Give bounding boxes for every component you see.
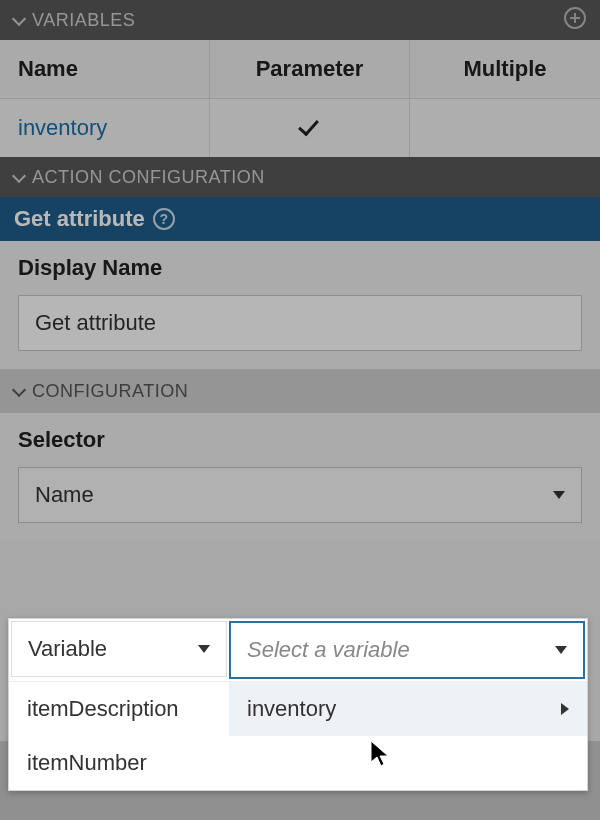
column-header-multiple: Multiple <box>410 40 600 98</box>
list-item[interactable]: inventory <box>229 682 587 736</box>
variables-table: Name Parameter Multiple inventory <box>0 40 600 157</box>
action-name: Get attribute <box>14 206 145 232</box>
variables-title: VARIABLES <box>32 10 556 31</box>
variable-picker-popup: Variable Select a variable itemDescripti… <box>8 618 588 791</box>
option-label: itemNumber <box>27 750 147 776</box>
chevron-down-icon <box>553 491 565 499</box>
list-item[interactable]: itemDescription <box>9 682 229 736</box>
variable-multiple-cell <box>410 99 600 157</box>
chevron-down-icon <box>12 168 26 182</box>
action-config-title: ACTION CONFIGURATION <box>32 167 586 188</box>
checkmark-icon <box>296 117 324 135</box>
option-label: itemDescription <box>27 696 179 722</box>
variables-table-header: Name Parameter Multiple <box>0 40 600 99</box>
chevron-down-icon <box>12 382 26 396</box>
option-label: inventory <box>247 696 336 722</box>
column-header-parameter: Parameter <box>210 40 410 98</box>
selector-value: Name <box>35 482 94 508</box>
selector-block: Selector Name <box>0 413 600 541</box>
configuration-title: CONFIGURATION <box>32 381 586 402</box>
help-icon[interactable]: ? <box>153 208 175 230</box>
attribute-options-list: itemDescription itemNumber <box>9 682 229 790</box>
chevron-down-icon <box>555 646 567 654</box>
list-item[interactable]: itemNumber <box>9 736 229 790</box>
chevron-right-icon <box>561 703 569 715</box>
variable-parameter-cell <box>210 99 410 157</box>
selector-dropdown[interactable]: Name <box>18 467 582 523</box>
display-name-label: Display Name <box>18 255 582 281</box>
action-name-bar: Get attribute ? <box>0 197 600 241</box>
table-row[interactable]: inventory <box>0 99 600 157</box>
display-name-input[interactable] <box>18 295 582 351</box>
action-config-section-header[interactable]: ACTION CONFIGURATION <box>0 157 600 197</box>
configuration-section-header[interactable]: CONFIGURATION <box>0 369 600 413</box>
value-type-label: Variable <box>28 636 107 662</box>
chevron-down-icon <box>198 645 210 653</box>
column-header-name: Name <box>0 40 210 98</box>
variables-section-header[interactable]: VARIABLES <box>0 0 600 40</box>
variable-select-dropdown[interactable]: Select a variable <box>229 621 585 679</box>
variable-name-cell[interactable]: inventory <box>0 99 210 157</box>
variable-select-placeholder: Select a variable <box>247 637 410 663</box>
variable-options-list: inventory <box>229 682 587 736</box>
mouse-cursor-icon <box>370 740 390 768</box>
selector-label: Selector <box>18 427 582 453</box>
add-variable-button[interactable] <box>564 7 586 33</box>
value-type-dropdown[interactable]: Variable <box>11 621 227 677</box>
chevron-down-icon <box>12 11 26 25</box>
display-name-block: Display Name <box>0 241 600 369</box>
